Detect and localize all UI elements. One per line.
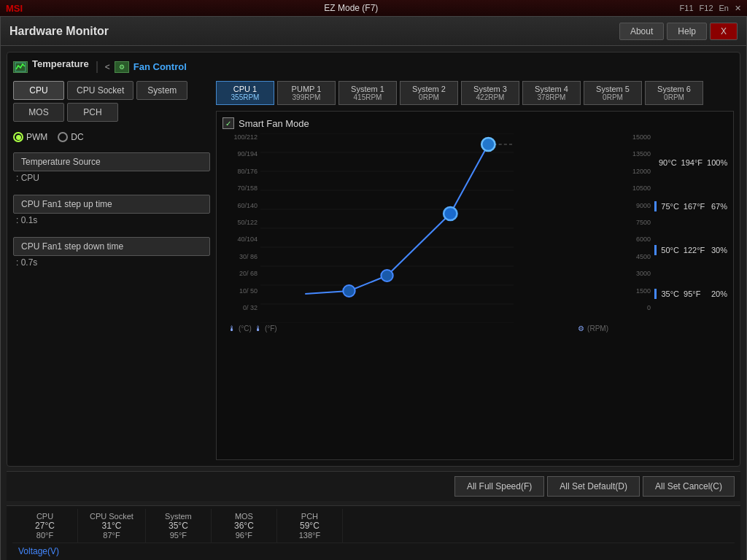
pch-temp-btn[interactable]: PCH — [67, 103, 118, 122]
fan-sys5-rpm: 0RPM — [590, 93, 635, 101]
sensor-cpu-fahrenheit: 80°F — [36, 531, 53, 540]
f11-btn[interactable]: F11 — [680, 4, 694, 13]
fan-btn-sys3[interactable]: System 3 422RPM — [461, 81, 519, 105]
sensor-system: System 35°C 95°F — [146, 509, 212, 542]
smart-fan-title: ✓ Smart Fan Mode — [222, 117, 727, 129]
svg-point-20 — [481, 138, 495, 151]
fan-btn-sys4[interactable]: System 4 378RPM — [522, 81, 581, 105]
smart-fan-area: ✓ Smart Fan Mode 100/212 90/194 80/176 7… — [216, 111, 734, 460]
top-bar-right: F11 F12 En ✕ — [680, 4, 741, 13]
temp-source-value: : CPU — [13, 171, 210, 184]
fan-speed-grid: CPU 1 355RPM PUMP 1 399RPM System 1 415R… — [216, 81, 734, 105]
sensor-mos: MOS 36°C 96°F — [212, 509, 277, 542]
sensor-mos-name: MOS — [235, 512, 253, 521]
fan-curve-chart[interactable] — [260, 133, 618, 323]
dc-dot — [58, 132, 68, 142]
y-axis-right: 15000 13500 12000 10500 9000 7500 6000 4… — [622, 133, 651, 311]
left-panel: CPU CPU Socket System MOS PCH PWM — [13, 81, 210, 460]
svg-point-18 — [381, 270, 392, 281]
svg-line-15 — [450, 144, 488, 214]
system-temp-btn[interactable]: System — [136, 81, 187, 100]
two-col-layout: CPU CPU Socket System MOS PCH PWM — [13, 81, 734, 460]
fan-sys3-rpm: 422RPM — [468, 93, 513, 101]
temp-90pct: 100% — [707, 158, 727, 167]
window-controls: About Help X — [619, 23, 738, 40]
fan-sys3-label: System 3 — [468, 85, 513, 93]
temp-50c: 50°C — [661, 246, 679, 254]
set-default-btn[interactable]: All Set Default(D) — [547, 476, 640, 497]
temp-50pct: 30% — [709, 246, 727, 254]
fan-btn-sys2[interactable]: System 2 0RPM — [400, 81, 458, 105]
smart-fan-label: Smart Fan Mode — [239, 118, 309, 129]
help-button[interactable]: Help — [667, 23, 707, 40]
smart-fan-checkbox[interactable]: ✓ — [222, 117, 234, 129]
celsius-icon: 🌡 — [228, 324, 236, 332]
cpu-socket-temp-btn[interactable]: CPU Socket — [67, 81, 133, 100]
y-axis-left: 100/212 90/194 80/176 70/158 60/140 50/1… — [222, 133, 260, 323]
f12-btn[interactable]: F12 — [700, 4, 713, 13]
fan-nav[interactable]: < — [105, 62, 110, 72]
about-button[interactable]: About — [619, 23, 664, 40]
sensor-row: CPU 27°C 80°F CPU Socket 31°C 87°F Syste… — [12, 509, 735, 543]
svg-point-19 — [444, 207, 457, 220]
fan-sys4-label: System 4 — [529, 85, 574, 93]
sensor-pch-celsius: 59°C — [300, 521, 320, 531]
cancel-btn[interactable]: All Set Cancel(C) — [643, 476, 735, 497]
fan-btn-sys1[interactable]: System 1 415RPM — [338, 81, 397, 105]
fahrenheit-icon: 🌡 — [255, 324, 262, 332]
temp-90c: 90°C — [659, 158, 677, 167]
fan-btn-sys6[interactable]: System 6 0RPM — [645, 81, 703, 105]
main-window: Hardware Monitor About Help X Temperatur… — [0, 16, 747, 560]
sensor-cpu: CPU 27°C 80°F — [12, 509, 78, 542]
step-up-value: : 0.1s — [13, 214, 210, 227]
temperature-icon — [13, 61, 28, 73]
temp-source-btn[interactable]: Temperature Source — [13, 152, 210, 171]
pwm-dc-group: PWM DC — [13, 132, 210, 142]
temp-75pct: 67% — [709, 202, 727, 211]
temp-35f: 95°F — [684, 289, 704, 298]
sensor-mos-fahrenheit: 96°F — [236, 531, 252, 540]
sensor-cpusocket-fahrenheit: 87°F — [103, 531, 120, 540]
full-speed-btn[interactable]: All Full Speed(F) — [454, 476, 544, 497]
sensor-cpusocket-celsius: 31°C — [102, 521, 122, 531]
window-title: Hardware Monitor — [9, 25, 109, 38]
fan-btn-cpu1[interactable]: CPU 1 355RPM — [216, 81, 274, 105]
celsius-label: (°C) — [239, 324, 252, 332]
close-top-btn[interactable]: ✕ — [735, 4, 741, 13]
fan-btn-sys5[interactable]: System 5 0RPM — [584, 81, 642, 105]
step-down-value: : 0.7s — [13, 256, 210, 269]
sensor-pch-name: PCH — [301, 512, 318, 521]
rpm-fan-icon: ⚙ — [578, 324, 584, 332]
status-bar: CPU 27°C 80°F CPU Socket 31°C 87°F Syste… — [7, 505, 740, 560]
fan-cpu1-rpm: 355RPM — [222, 93, 268, 101]
fan-sys2-rpm: 0RPM — [406, 93, 452, 101]
rpm-label: (RPM) — [587, 324, 608, 332]
fan-sys4-rpm: 378RPM — [529, 93, 574, 101]
temp-35c: 35°C — [661, 289, 679, 298]
sensor-cpu-name: CPU — [36, 512, 53, 521]
step-down-item: CPU Fan1 step down time : 0.7s — [13, 237, 210, 269]
cpu-temp-btn[interactable]: CPU — [13, 81, 64, 100]
top-bar: MSI EZ Mode (F7) F11 F12 En ✕ — [0, 0, 747, 16]
fan-sys2-label: System 2 — [406, 85, 452, 93]
voltage-header: Voltage(V) — [12, 543, 735, 559]
fan-btn-pump1[interactable]: PUMP 1 399RPM — [277, 81, 336, 105]
pwm-dot — [13, 132, 23, 142]
mos-temp-btn[interactable]: MOS — [13, 103, 64, 122]
dc-radio[interactable]: DC — [58, 132, 83, 142]
close-button[interactable]: X — [710, 23, 738, 40]
temp-row-90: 90°C 194°F 100% — [654, 158, 727, 168]
step-up-btn[interactable]: CPU Fan1 step up time — [13, 195, 210, 214]
content-area: Temperature < ⚙ Fan Control CPU CPU Sock… — [1, 46, 746, 560]
sensor-system-celsius: 35°C — [169, 521, 188, 531]
sensor-pch: PCH 59°C 138°F — [277, 509, 343, 542]
temp-90f: 194°F — [681, 158, 703, 167]
sensor-system-name: System — [165, 512, 192, 521]
temp-row-50: 50°C 122°F 30% — [654, 245, 727, 255]
fan-sys1-rpm: 415RPM — [345, 93, 390, 101]
step-down-btn[interactable]: CPU Fan1 step down time — [13, 237, 210, 256]
lang-btn[interactable]: En — [719, 4, 729, 13]
temp-50f: 122°F — [684, 246, 705, 254]
pwm-radio[interactable]: PWM — [13, 132, 47, 142]
fan-sys5-label: System 5 — [590, 85, 635, 93]
